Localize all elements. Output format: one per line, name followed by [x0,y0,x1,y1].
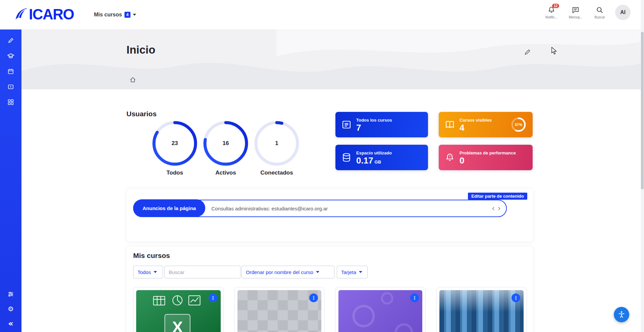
gauge-label: Todos [149,170,200,176]
stat-value: 7 [356,123,392,132]
sidebar-item-media[interactable] [7,83,14,90]
chevron-down-icon [359,271,362,273]
course-filter-dropdown[interactable]: Todos [133,266,163,278]
notifications-label: Notific... [545,15,557,19]
stat-card-all-courses[interactable]: Todos los cursos 7 [335,112,428,137]
announcements-carousel: Anuncios de la página Consultas administ… [133,200,507,217]
gauge-connected-users: 1 Conectados [251,120,302,176]
course-menu-button[interactable]: ⋮ [209,293,217,302]
stat-card-storage[interactable]: Espacio utilizado 0.17GB [335,145,428,170]
carousel-next-icon[interactable]: › [497,204,501,212]
course-card[interactable]: ⋮ [335,287,425,332]
ellipsis-icon: ⋮ [311,295,316,301]
gear-icon: ⚙ [8,306,14,312]
header-actions: 12 Notific... Mensaj... Buscar AI [543,5,631,20]
edit-page-button[interactable] [524,48,531,57]
breadcrumb-home[interactable] [129,76,136,84]
search-icon [596,6,604,14]
app-logo[interactable]: ICARO [13,6,74,23]
messages-label: Mensaj... [569,15,583,19]
edit-content-tooltip: Editar parte de contenido [468,193,527,200]
course-menu-button[interactable]: ⋮ [512,293,520,302]
notification-badge: 12 [552,4,559,8]
course-card[interactable]: ⋮ [436,287,527,332]
stat-unit: GB [375,159,381,164]
sidebar-bottom-group: ⚙ « [0,290,21,327]
accessibility-button[interactable] [614,307,629,322]
my-courses-panel: Mis cursos Todos Ordenar por nombre del … [126,246,533,332]
sidebar-item-courses[interactable] [7,52,14,60]
avatar[interactable]: AI [615,5,631,20]
pencil-icon [7,37,14,44]
course-card[interactable]: ⋮ [234,287,324,332]
chevron-down-icon [154,271,157,273]
course-image-mosaic: ⋮ [237,290,321,332]
users-section-title: Usuarios [126,110,157,118]
nav-my-courses[interactable]: Mis cursos 4 [94,0,136,29]
logo-icon [13,7,28,22]
stat-value: 0.17GB [356,156,392,165]
collapse-chevrons-icon: « [8,320,13,328]
hero-wave-decoration [21,29,644,89]
stat-value: 0 [460,156,516,165]
blocks-grid-icon [7,99,14,106]
chat-icon [572,6,580,14]
search-button[interactable]: Buscar [591,6,608,19]
excel-decoration: X [136,290,221,332]
course-menu-button[interactable]: ⋮ [410,293,419,302]
sidebar-item-blocks[interactable] [7,98,14,106]
ellipsis-icon: ⋮ [412,295,417,301]
carousel-prev-icon[interactable]: ‹ [492,204,495,212]
gauge-value: 23 [151,120,198,167]
scrollbar-thumb[interactable] [641,32,644,189]
hero-banner: Inicio [21,29,644,89]
gauge-all-users: 23 Todos [149,120,200,176]
gauge-percent: 57% [511,117,527,133]
chevron-down-icon [316,271,319,273]
stat-card-visible-courses[interactable]: Cursos visibles 4 57% [439,112,533,137]
graduation-cap-icon [7,52,14,60]
stat-card-performance[interactable]: Problemas de performance 0 [439,145,533,170]
my-courses-title: Mis cursos [133,252,170,260]
my-courses-count-badge: 4 [124,12,131,18]
announcements-pill[interactable]: Anuncios de la página [133,199,205,217]
top-header: ICARO Mis cursos 4 12 Notific... [0,0,644,29]
gauge-label: Activos [200,170,251,176]
logo-text: ICARO [29,6,74,23]
left-sidebar: ⚙ « [0,29,21,332]
course-sort-label: Ordenar por nombre del curso [246,269,313,275]
sliders-icon [7,291,14,297]
messages-button[interactable]: Mensaj... [567,6,584,19]
nav-my-courses-label: Mis cursos [94,12,122,18]
pencil-icon [524,48,531,56]
svg-text:X: X [172,318,183,332]
scrollbar-track[interactable] [641,0,644,332]
stat-label: Problemas de performance [460,150,516,155]
course-card[interactable]: X ⋮ [133,287,224,332]
course-sort-dropdown[interactable]: Ordenar por nombre del curso [241,266,334,278]
gauge-active-users: 16 Activos [200,120,251,176]
stat-value: 4 [460,123,492,132]
course-search [164,266,240,278]
accessibility-icon [617,310,626,319]
sidebar-collapse-button[interactable]: « [7,320,14,327]
sidebar-item-preferences[interactable] [7,290,14,298]
sidebar-item-calendar[interactable] [7,68,14,75]
carousel-controls: ‹ › [492,204,506,212]
course-view-dropdown[interactable]: Tarjeta [337,266,368,278]
announcement-text: Consultas administrativas: estudiantes@i… [211,206,328,211]
course-image-circles: ⋮ [338,290,422,332]
chevron-down-icon [133,14,136,16]
stat-label: Todos los cursos [356,118,392,123]
page-title: Inicio [126,44,155,56]
course-menu-button[interactable]: ⋮ [309,293,318,302]
course-image-excel: X ⋮ [136,290,221,332]
alert-bell-icon [445,152,455,162]
search-label: Buscar [594,15,605,19]
stat-label: Espacio utilizado [356,150,392,155]
sidebar-item-settings[interactable]: ⚙ [7,305,14,313]
course-search-input[interactable] [165,266,240,278]
sidebar-item-edit[interactable] [7,37,14,44]
gauge-label: Conectados [251,170,302,176]
notifications-button[interactable]: 12 Notific... [543,6,560,19]
